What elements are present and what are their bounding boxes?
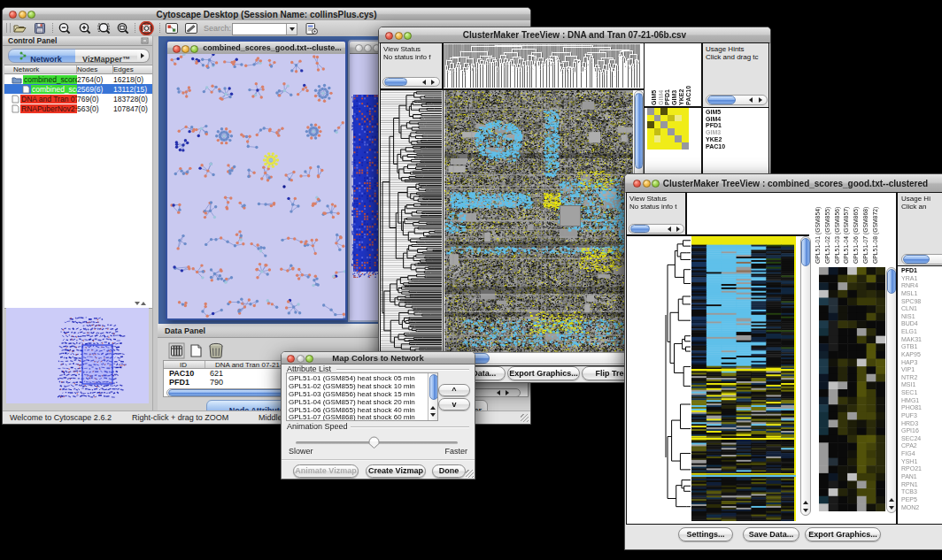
scroll-right-icon[interactable] [141, 53, 144, 58]
close-button[interactable] [173, 45, 181, 53]
search-index-icon[interactable] [305, 22, 319, 35]
scroll-down-icon[interactable] [889, 506, 894, 510]
column-header-id[interactable]: ID [180, 361, 187, 369]
table-header-nodes[interactable]: Nodes [77, 65, 97, 73]
treeview2-button-save-data-[interactable]: Save Data... [743, 527, 799, 541]
main-title-bar[interactable]: Cytoscape Desktop (Session Name: collins… [3, 8, 530, 21]
scroll-left-icon[interactable] [422, 80, 426, 85]
similarity-matrix[interactable] [647, 108, 688, 149]
zoom-button[interactable] [190, 45, 198, 53]
tab-overflow-button[interactable] [137, 49, 150, 63]
table-mode-icon[interactable] [168, 342, 185, 359]
network-table-row[interactable]: combined_scores_2764(0)16218(0) [4, 74, 152, 84]
scroll-up-icon[interactable] [803, 501, 808, 504]
main-resize-grip[interactable] [521, 414, 529, 422]
treeview2-heatmap[interactable] [691, 236, 796, 521]
search-input[interactable] [232, 23, 297, 35]
network-table-row[interactable]: RNAPuberNov2+!563(0)107847(0) [4, 104, 152, 113]
network-table-row[interactable]: combined_sco2569(6)13112(15) [4, 84, 152, 94]
network-table-row[interactable]: DNA and Tran 07769(0)183728(0) [4, 94, 152, 104]
treeview1-array-dendrogram[interactable] [444, 44, 640, 88]
speed-slider-thumb[interactable] [367, 436, 381, 449]
zoom-selected-icon[interactable] [116, 22, 130, 35]
scroll-right-icon[interactable] [506, 390, 509, 395]
attribute-list-item[interactable]: GPL51-02 (GSM855) heat shock 10 min [289, 382, 425, 390]
help-ring-icon[interactable] [139, 21, 154, 35]
scroll-up-icon[interactable] [889, 498, 894, 502]
view-status-scrollbar[interactable] [629, 224, 684, 234]
scroll-right-icon[interactable] [759, 97, 762, 103]
scroll-right-icon[interactable] [431, 80, 435, 85]
attribute-list-item[interactable]: GPL51-01 (GSM854) heat shock 05 min [289, 374, 425, 382]
treeview1-gene-dendrogram[interactable] [381, 90, 442, 352]
scroll-left-icon[interactable] [497, 390, 500, 395]
scrollbar-thumb[interactable] [168, 389, 283, 396]
scrollbar-thumb[interactable] [903, 255, 930, 264]
matrix-cell[interactable] [682, 142, 689, 150]
scroll-down-icon[interactable] [803, 509, 808, 512]
attribute-list-item[interactable]: GPL51-07 (GSM868) heat shock 60 min [289, 413, 425, 421]
new-attribute-icon[interactable] [188, 342, 205, 359]
scrollbar-thumb[interactable] [384, 78, 407, 86]
open-session-icon[interactable] [12, 22, 27, 35]
dialog-title-bar[interactable]: Map Colors to Network [282, 352, 475, 364]
attribute-list-item[interactable]: GPL51-06 (GSM865) heat shock 40 min [289, 406, 425, 414]
scrollbar-thumb[interactable] [707, 96, 736, 104]
table-header-network[interactable]: Network [13, 65, 39, 73]
scrollbar-thumb[interactable] [635, 93, 643, 169]
scrollbar-thumb[interactable] [429, 374, 438, 400]
view-status-scrollbar[interactable] [382, 77, 440, 87]
dialog-button-create-vizmap[interactable]: Create Vizmap [366, 464, 426, 478]
scroll-left-icon[interactable] [668, 226, 671, 232]
scrollbar-thumb[interactable] [630, 225, 650, 233]
scroll-right-icon[interactable] [676, 226, 680, 232]
birdseye-view[interactable] [6, 308, 149, 403]
treeview2-button-export-graphics-[interactable]: Export Graphics... [805, 527, 881, 541]
move-down-button[interactable]: v [438, 398, 470, 410]
tab-vizmapper[interactable]: VizMapper™ [75, 49, 138, 63]
zoom-out-icon[interactable] [58, 22, 72, 35]
treeview1-heatmap[interactable] [444, 90, 633, 352]
treeview2-zoom-heatmap[interactable] [819, 267, 885, 511]
treeview1-title-bar[interactable]: ClusterMaker TreeView : DNA and Tran 07-… [379, 27, 770, 43]
treeview2-title-bar[interactable]: ClusterMaker TreeView : combined_scores_… [625, 174, 942, 193]
scrollbar-thumb[interactable] [801, 238, 810, 266]
dialog-button-done[interactable]: Done [432, 464, 466, 478]
search-dropdown-button[interactable] [286, 24, 297, 35]
attribute-listbox[interactable]: GPL51-01 (GSM854) heat shock 05 minGPL51… [286, 372, 438, 421]
treeview2-gene-dendrogram[interactable] [627, 236, 691, 521]
dialog-button-animate-vizmap[interactable]: Animate Vizmap [293, 464, 359, 478]
float-panel-icon[interactable] [141, 37, 149, 44]
scroll-up-icon[interactable] [141, 302, 146, 305]
zoom-fit-icon[interactable] [97, 22, 112, 35]
delete-attribute-icon[interactable] [207, 341, 225, 360]
scroll-down-icon[interactable] [290, 27, 295, 31]
vizmap-edit-icon[interactable] [184, 22, 198, 35]
scroll-down-icon[interactable] [135, 302, 140, 305]
network1-title-bar[interactable]: combined_scores_good.txt--cluste... [167, 42, 345, 55]
scroll-up-icon[interactable] [430, 406, 436, 410]
attribute-list-item[interactable]: GPL51-03 (GSM856) heat shock 15 min [289, 390, 425, 398]
treeview1-button-export-graphics-[interactable]: Export Graphics... [507, 366, 580, 380]
treeview2-vscrollbar[interactable] [800, 236, 811, 516]
usage-hints-scrollbar[interactable] [706, 95, 768, 105]
treeview2-button-settings-[interactable]: Settings... [678, 527, 733, 541]
usage-hints-scrollbar[interactable] [901, 254, 942, 265]
attribute-list-item[interactable]: GPL51-04 (GSM857) heat shock 20 min [289, 398, 425, 406]
save-session-icon[interactable] [34, 22, 46, 35]
dialog-resize-grip[interactable] [466, 470, 474, 478]
attribute-list-scrollbar[interactable] [428, 373, 437, 420]
minimize-button[interactable] [364, 44, 372, 52]
scroll-down-icon[interactable] [430, 413, 436, 417]
minimize-button[interactable] [181, 45, 189, 53]
scrollbar-thumb[interactable] [887, 269, 896, 294]
annotation-icon[interactable] [165, 22, 179, 35]
scroll-left-icon[interactable] [749, 97, 753, 103]
move-up-button[interactable]: ^ [438, 384, 470, 396]
tab-network[interactable]: Network [8, 49, 77, 63]
close-button[interactable] [355, 44, 363, 52]
splitter-handle[interactable] [133, 302, 145, 307]
network1-canvas[interactable] [167, 54, 345, 318]
table-header-edges[interactable]: Edges [113, 65, 134, 73]
zoom-in-icon[interactable] [78, 22, 92, 35]
